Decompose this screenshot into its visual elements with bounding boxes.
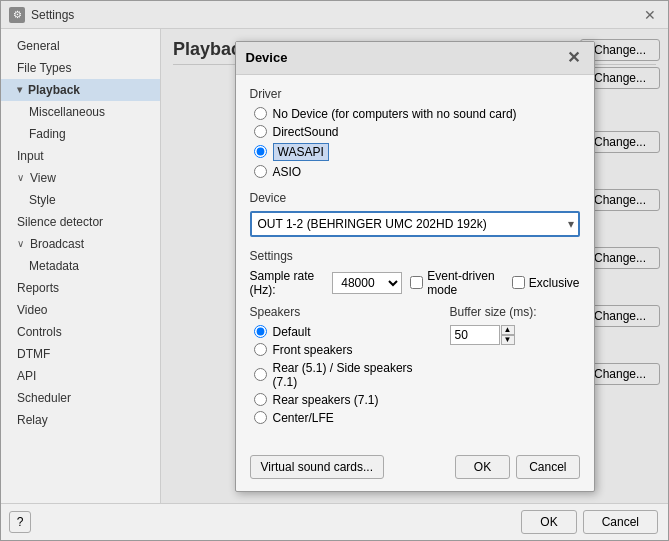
dialog-title-bar: Device ✕: [236, 42, 594, 75]
playback-expand-icon: ▾: [17, 81, 22, 99]
sidebar-label-api: API: [17, 367, 36, 385]
speaker-front-radio[interactable]: [254, 343, 267, 356]
sidebar-item-api[interactable]: API: [1, 365, 160, 387]
driver-directsound-label: DirectSound: [273, 125, 339, 139]
sidebar-item-style[interactable]: Style: [1, 189, 160, 211]
sample-rate-select[interactable]: 48000: [332, 272, 402, 294]
sidebar-label-metadata: Metadata: [29, 257, 79, 275]
settings-icon: ⚙: [9, 7, 25, 23]
sidebar-item-scheduler[interactable]: Scheduler: [1, 387, 160, 409]
sidebar-item-metadata[interactable]: Metadata: [1, 255, 160, 277]
window-body: General File Types ▾ Playback Miscellane…: [1, 29, 668, 503]
sidebar-item-silence-detector[interactable]: Silence detector: [1, 211, 160, 233]
speaker-default-label: Default: [273, 325, 311, 339]
driver-wasapi-label: WASAPI: [273, 143, 329, 161]
event-driven-checkbox[interactable]: [410, 276, 423, 289]
sidebar-item-input[interactable]: Input: [1, 145, 160, 167]
driver-wasapi[interactable]: WASAPI: [254, 143, 580, 161]
broadcast-expand-icon: ∨: [17, 235, 24, 253]
device-dialog: Device ✕ Driver No Device (for computers…: [235, 41, 595, 492]
ok-button[interactable]: OK: [521, 510, 576, 534]
sidebar-label-fading: Fading: [29, 125, 66, 143]
sidebar-label-scheduler: Scheduler: [17, 389, 71, 407]
dialog-footer: Virtual sound cards... OK Cancel: [236, 447, 594, 491]
buffer-input[interactable]: [450, 325, 500, 345]
driver-asio-radio[interactable]: [254, 165, 267, 178]
sidebar-label-broadcast: Broadcast: [30, 235, 84, 253]
sidebar-item-relay[interactable]: Relay: [1, 409, 160, 431]
sidebar-label-miscellaneous: Miscellaneous: [29, 103, 105, 121]
title-bar: ⚙ Settings ✕: [1, 1, 668, 29]
sample-rate-row: Sample rate (Hz): 48000 Event-driven mod…: [250, 269, 580, 297]
view-expand-icon: ∨: [17, 169, 24, 187]
event-driven-checkbox-label[interactable]: Event-driven mode: [410, 269, 504, 297]
device-section: Device OUT 1-2 (BEHRINGER UMC 202HD 192k…: [250, 191, 580, 237]
sidebar-label-video: Video: [17, 301, 47, 319]
speaker-center-lfe[interactable]: Center/LFE: [254, 411, 430, 425]
sidebar-label-general: General: [17, 37, 60, 55]
sidebar-label-style: Style: [29, 191, 56, 209]
sidebar-item-controls[interactable]: Controls: [1, 321, 160, 343]
sidebar-item-video[interactable]: Video: [1, 299, 160, 321]
driver-asio[interactable]: ASIO: [254, 165, 580, 179]
buffer-input-wrapper: ▲ ▼: [450, 325, 580, 345]
buffer-increment-button[interactable]: ▲: [501, 325, 515, 335]
driver-group-label: Driver: [250, 87, 580, 101]
speaker-default[interactable]: Default: [254, 325, 430, 339]
event-driven-label: Event-driven mode: [427, 269, 504, 297]
sidebar-label-view: View: [30, 169, 56, 187]
speakers-group-label: Speakers: [250, 305, 430, 319]
driver-no-device-radio[interactable]: [254, 107, 267, 120]
sidebar-item-view[interactable]: ∨ View: [1, 167, 160, 189]
sidebar-item-general[interactable]: General: [1, 35, 160, 57]
speaker-rear-71-label: Rear speakers (7.1): [273, 393, 379, 407]
dialog-cancel-button[interactable]: Cancel: [516, 455, 579, 479]
sidebar-label-playback: Playback: [28, 81, 80, 99]
title-bar-left: ⚙ Settings: [9, 7, 74, 23]
speaker-rear-51-radio[interactable]: [254, 368, 267, 381]
dialog-close-button[interactable]: ✕: [564, 48, 584, 68]
driver-wasapi-radio[interactable]: [254, 145, 267, 158]
speakers-column: Speakers Default Front speak: [250, 305, 430, 425]
speaker-rear-71[interactable]: Rear speakers (7.1): [254, 393, 430, 407]
device-dropdown-wrapper: OUT 1-2 (BEHRINGER UMC 202HD 192k) ▾: [250, 211, 580, 237]
speaker-center-lfe-label: Center/LFE: [273, 411, 334, 425]
speaker-rear-71-radio[interactable]: [254, 393, 267, 406]
sidebar-label-relay: Relay: [17, 411, 48, 429]
sidebar-item-fading[interactable]: Fading: [1, 123, 160, 145]
sidebar-item-playback[interactable]: ▾ Playback: [1, 79, 160, 101]
sidebar-item-dtmf[interactable]: DTMF: [1, 343, 160, 365]
window-title: Settings: [31, 8, 74, 22]
dialog-ok-cancel: OK Cancel: [455, 455, 580, 479]
sidebar-label-input: Input: [17, 147, 44, 165]
speakers-buffer-row: Speakers Default Front speak: [250, 305, 580, 425]
driver-directsound[interactable]: DirectSound: [254, 125, 580, 139]
settings-group-label: Settings: [250, 249, 580, 263]
cancel-button[interactable]: Cancel: [583, 510, 658, 534]
window-close-button[interactable]: ✕: [640, 5, 660, 25]
driver-asio-label: ASIO: [273, 165, 302, 179]
buffer-decrement-button[interactable]: ▼: [501, 335, 515, 345]
virtual-sound-cards-button[interactable]: Virtual sound cards...: [250, 455, 385, 479]
sidebar-item-reports[interactable]: Reports: [1, 277, 160, 299]
sidebar-label-reports: Reports: [17, 279, 59, 297]
sidebar-item-broadcast[interactable]: ∨ Broadcast: [1, 233, 160, 255]
dialog-title: Device: [246, 50, 288, 65]
device-dropdown[interactable]: OUT 1-2 (BEHRINGER UMC 202HD 192k): [250, 211, 580, 237]
bottom-bar: ? OK Cancel: [1, 503, 668, 540]
sidebar-item-file-types[interactable]: File Types: [1, 57, 160, 79]
speaker-default-radio[interactable]: [254, 325, 267, 338]
sidebar-item-miscellaneous[interactable]: Miscellaneous: [1, 101, 160, 123]
driver-radio-group: No Device (for computers with no sound c…: [250, 107, 580, 179]
dialog-ok-button[interactable]: OK: [455, 455, 510, 479]
help-button[interactable]: ?: [9, 511, 31, 533]
speaker-rear-51[interactable]: Rear (5.1) / Side speakers (7.1): [254, 361, 430, 389]
device-group-label: Device: [250, 191, 580, 205]
driver-no-device[interactable]: No Device (for computers with no sound c…: [254, 107, 580, 121]
speaker-front[interactable]: Front speakers: [254, 343, 430, 357]
speaker-center-lfe-radio[interactable]: [254, 411, 267, 424]
exclusive-checkbox-label[interactable]: Exclusive: [512, 276, 580, 290]
exclusive-checkbox[interactable]: [512, 276, 525, 289]
driver-directsound-radio[interactable]: [254, 125, 267, 138]
sidebar-label-controls: Controls: [17, 323, 62, 341]
